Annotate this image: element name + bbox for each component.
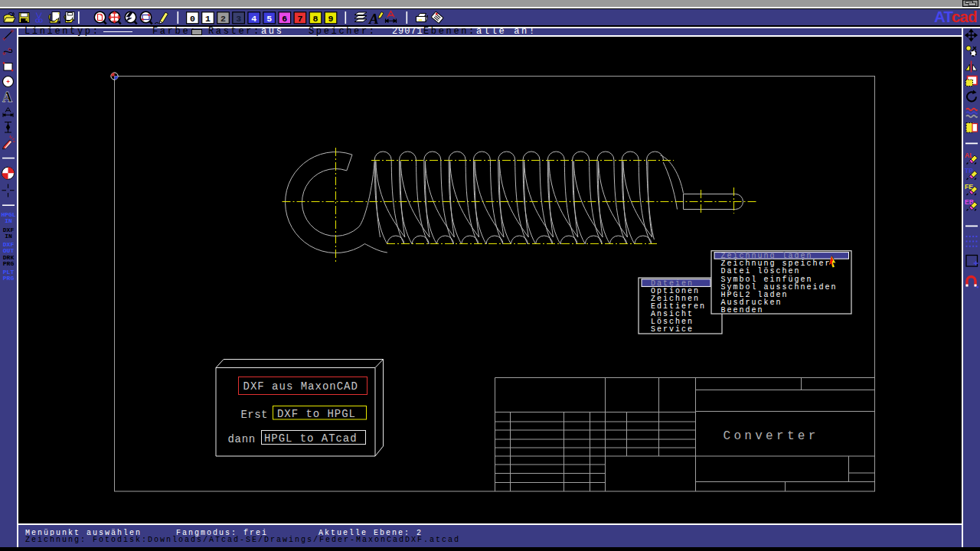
svg-text:Converter: Converter bbox=[724, 429, 819, 443]
svg-text:Service: Service bbox=[651, 325, 694, 334]
svg-text:Erst: Erst bbox=[241, 409, 268, 421]
svg-text:Beenden: Beenden bbox=[721, 306, 764, 315]
svg-text:A: A bbox=[2, 90, 12, 105]
svg-text:DXF aus MaxonCAD: DXF aus MaxonCAD bbox=[243, 380, 358, 393]
svg-text:DXF to HPGL: DXF to HPGL bbox=[277, 408, 356, 420]
svg-text:dann: dann bbox=[228, 433, 256, 445]
svg-text:HPGL to ATcad: HPGL to ATcad bbox=[264, 432, 358, 445]
